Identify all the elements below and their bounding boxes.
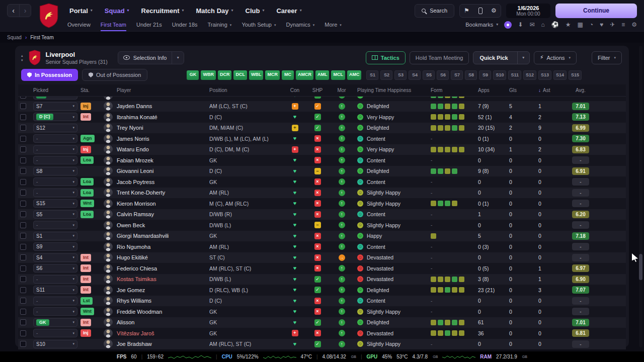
- player-name[interactable]: Alisson: [117, 319, 134, 325]
- position-chip-wbr[interactable]: WBR: [201, 70, 216, 80]
- out-of-possession-button[interactable]: Out of Possession: [82, 69, 147, 81]
- row-checkbox[interactable]: [20, 265, 26, 272]
- picked-dropdown[interactable]: -▾: [33, 297, 77, 305]
- player-name[interactable]: Rhys Williams: [117, 298, 151, 304]
- nav-item-portal[interactable]: Portal▾: [69, 7, 93, 15]
- picked-dropdown[interactable]: S15▾: [33, 199, 77, 208]
- player-name[interactable]: Federico Chiesa: [117, 265, 157, 272]
- picked-dropdown[interactable]: -▾: [33, 329, 77, 337]
- position-chip-mcr[interactable]: MCR: [265, 70, 280, 80]
- col-header-con[interactable]: Con: [285, 84, 305, 96]
- club-icon[interactable]: ⚽: [551, 22, 559, 28]
- slot-chip-s14[interactable]: S14: [553, 70, 567, 80]
- picked-dropdown[interactable]: -▾: [33, 177, 77, 186]
- flag-icon[interactable]: ⚑: [460, 5, 473, 17]
- slot-chip-s10[interactable]: S10: [493, 70, 506, 80]
- table-row[interactable]: -▾LoaJacob PoytressGK♥×↑☺Content-000-: [18, 176, 626, 188]
- subnav-item-under-21s[interactable]: Under 21s: [136, 18, 162, 31]
- player-name[interactable]: Joe Gomez: [117, 287, 145, 293]
- player-name[interactable]: Fabian Mrozek: [117, 157, 153, 163]
- tactics-button[interactable]: Tactics: [366, 51, 406, 64]
- table-row[interactable]: D (C)▾IntIbrahima KonatéD (C)♥✓↑☺Very Ha…: [18, 112, 626, 123]
- history-icon[interactable]: ◔: [590, 22, 593, 28]
- picked-dropdown[interactable]: S12▾: [33, 124, 77, 132]
- travel-icon[interactable]: ✈: [610, 22, 615, 28]
- position-chip-mc[interactable]: MC: [282, 70, 294, 80]
- row-checkbox[interactable]: [20, 254, 26, 260]
- slot-chip-s3[interactable]: S3: [394, 70, 407, 80]
- col-header-position[interactable]: Position: [209, 84, 285, 96]
- col-header-happiness[interactable]: Playing Time Happiness: [353, 84, 425, 96]
- row-checkbox[interactable]: [20, 97, 26, 99]
- row-checkbox[interactable]: [20, 222, 26, 228]
- player-name[interactable]: Trey Nyoni: [117, 125, 143, 131]
- row-checkbox[interactable]: [20, 298, 26, 304]
- player-name[interactable]: Giovanni Leoni: [117, 168, 153, 174]
- breadcrumb-squad[interactable]: Squad: [7, 35, 22, 40]
- slot-chip-s13[interactable]: S13: [538, 70, 551, 80]
- nav-item-recruitment[interactable]: Recruitment▾: [141, 7, 184, 15]
- row-checkbox[interactable]: [20, 211, 26, 217]
- row-checkbox[interactable]: [20, 287, 26, 293]
- table-row[interactable]: S6▾IntFederico ChiesaAM (RLC), ST (C)♥×↑…: [18, 263, 626, 274]
- player-name[interactable]: Vítězslav Jaroš: [117, 330, 154, 336]
- picked-dropdown[interactable]: -▾: [33, 156, 77, 164]
- col-header-apps[interactable]: Apps: [470, 84, 501, 96]
- table-row[interactable]: -▾InjVítězslav JarošGK+×↑☺Devastated3600…: [18, 328, 626, 339]
- player-name[interactable]: Giorgi Mamardashvili: [117, 233, 169, 239]
- table-row[interactable]: -▾Owen BeckD/WB (L)♥–↑☺Slightly Happy-00…: [18, 220, 626, 231]
- table-row[interactable]: S4▾IntHugo EkitikéST (C)♥×→☺Devastated-0…: [18, 252, 626, 263]
- row-checkbox[interactable]: [20, 309, 26, 315]
- picked-dropdown[interactable]: S5▾: [33, 210, 77, 219]
- picked-dropdown[interactable]: -▾: [33, 221, 77, 229]
- slot-chip-s9[interactable]: S9: [479, 70, 491, 80]
- row-checkbox[interactable]: [20, 125, 26, 131]
- player-name[interactable]: Jacob Poytress: [117, 179, 154, 185]
- picked-dropdown[interactable]: -▾: [33, 134, 77, 143]
- hold-team-meeting-button[interactable]: Hold Team Meeting: [410, 51, 469, 64]
- row-checkbox[interactable]: [20, 276, 26, 282]
- table-row[interactable]: -▾InjWataru EndoD (C), DM, M (C)+×↑☺Very…: [18, 144, 626, 155]
- table-row[interactable]: S15▾WntKieron MorrisonM (C), AM (RLC)♥×↑…: [18, 198, 626, 209]
- slot-chip-s1[interactable]: S1: [366, 70, 378, 80]
- table-row[interactable]: -▾LstRhys WilliamsD (C)♥×↑☺Content-000-: [18, 296, 626, 307]
- player-name[interactable]: Kostas Tsimikas: [117, 276, 156, 282]
- table-row[interactable]: -▾IntKostas TsimikasD/WB (L)♥✓↑☺Devastat…: [18, 274, 626, 285]
- table-row[interactable]: -▾LoaTrent Kone-DohertyAM (RL)♥×↑☺Slight…: [18, 188, 626, 199]
- scrollbar-track[interactable]: [639, 46, 642, 347]
- continue-button[interactable]: Continue: [555, 4, 637, 18]
- table-row[interactable]: S7▾InjJayden DannsAM (LC), ST (C)+✓↑☺Del…: [18, 101, 626, 112]
- menu-icon[interactable]: ≡: [621, 22, 625, 28]
- subnav-item-youth-setup[interactable]: Youth Setup▾: [242, 18, 276, 31]
- picked-dropdown[interactable]: S9▾: [33, 242, 77, 251]
- slot-chip-s4[interactable]: S4: [409, 70, 421, 80]
- player-name[interactable]: Wataru Endo: [117, 146, 149, 152]
- picked-dropdown[interactable]: -▾: [33, 145, 77, 154]
- col-header-avg[interactable]: Avg.: [567, 84, 595, 96]
- table-row[interactable]: S12▾Trey NyoniDM, M/AM (C)+✓↑☺Delighted2…: [18, 123, 626, 134]
- col-header-shp[interactable]: SHP: [305, 84, 330, 96]
- picked-dropdown[interactable]: GK▾: [33, 318, 77, 327]
- preferences-icon[interactable]: ⚙: [631, 22, 637, 28]
- row-checkbox[interactable]: [20, 157, 26, 163]
- player-name[interactable]: Trent Kone-Doherty: [117, 190, 165, 196]
- col-header-gls[interactable]: Gls: [501, 84, 530, 96]
- picked-dropdown[interactable]: S8▾: [33, 167, 77, 175]
- picked-dropdown[interactable]: S1▾: [33, 232, 77, 240]
- slot-chip-s12[interactable]: S12: [523, 70, 536, 80]
- favourites-icon[interactable]: ★: [566, 22, 571, 28]
- subnav-item-more[interactable]: More▾: [325, 18, 342, 31]
- player-name[interactable]: Owen Beck: [117, 222, 145, 228]
- downloads-icon[interactable]: ⬇: [518, 22, 523, 28]
- subnav-item-first-team[interactable]: First Team: [101, 18, 126, 31]
- table-row[interactable]: S1▾Giorgi MamardashviliGK♥×↑☺Happy5007.1…: [18, 231, 626, 242]
- slot-chip-s7[interactable]: S7: [451, 70, 463, 80]
- picked-dropdown[interactable]: S6▾: [33, 264, 77, 273]
- collapse-controls[interactable]: ▴▾: [21, 54, 23, 62]
- calendar-icon[interactable]: ▦: [577, 22, 583, 28]
- back-button[interactable]: ‹: [8, 5, 19, 17]
- player-name[interactable]: Hugo Ekitiké: [117, 254, 148, 260]
- player-name[interactable]: Kieron Morrison: [117, 201, 156, 207]
- table-row[interactable]: S8▾Giovanni LeoniD (C)♥–↑☺Delighted9 (8)…: [18, 166, 626, 177]
- picked-dropdown[interactable]: S11▾: [33, 286, 77, 294]
